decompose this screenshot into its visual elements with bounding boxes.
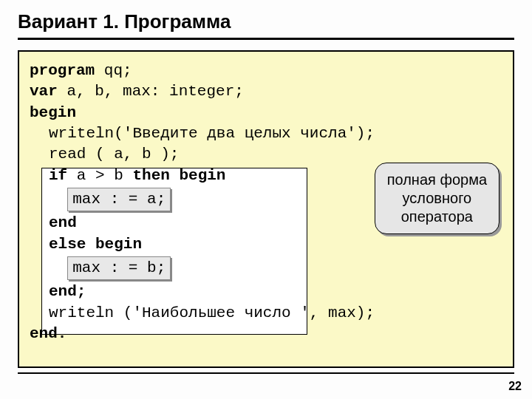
code-text: a, b, max: integer; (58, 83, 244, 100)
kw-begin: begin (30, 104, 76, 121)
callout-line: условного (387, 189, 487, 208)
code-line: max : = a; (30, 186, 171, 213)
slide: Вариант 1. Программа program qq; var a, … (0, 0, 532, 399)
chip-max-a: max : = a; (67, 188, 171, 211)
code-box: program qq; var a, b, max: integer; begi… (18, 50, 514, 368)
code-line: max : = b; (30, 255, 171, 282)
code-line: writeln('Введите два целых числа'); (30, 123, 375, 144)
kw-end2: end; (30, 282, 86, 302)
footer-rule (18, 372, 514, 374)
kw-then-begin: then begin (132, 167, 225, 184)
kw-end: end (30, 213, 77, 233)
callout-line: оператора (387, 208, 487, 226)
code-text: a > b (67, 167, 132, 184)
kw-if: if (49, 167, 67, 184)
kw-end-final: end. (30, 325, 66, 342)
callout: полная форма условного оператора (375, 163, 499, 234)
code-line: if a > b then begin (30, 166, 225, 186)
callout-bubble: полная форма условного оператора (375, 163, 499, 234)
page-number: 22 (508, 380, 522, 393)
slide-title: Вариант 1. Программа (18, 10, 514, 40)
kw-program: program (30, 62, 95, 79)
kw-else: else (49, 236, 95, 253)
code-line: writeln ('Наибольшее число ', max); (30, 303, 375, 324)
kw-var: var (30, 83, 58, 100)
code-line: else begin (30, 234, 142, 255)
code-text: qq; (95, 62, 132, 79)
callout-line: полная форма (387, 171, 487, 189)
chip-max-b: max : = b; (67, 256, 171, 280)
code-line: read ( a, b ); (30, 144, 179, 165)
kw-begin2: begin (95, 236, 142, 253)
